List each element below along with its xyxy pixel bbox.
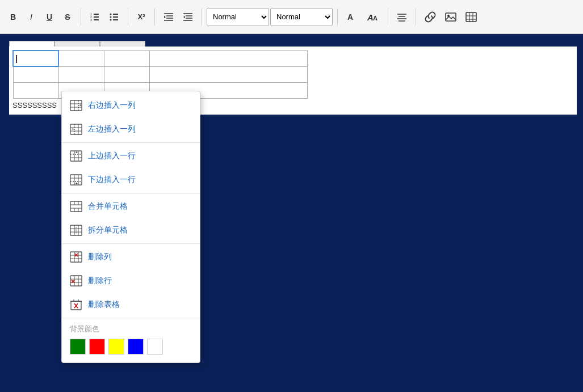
table-cell-0-3[interactable] [149, 50, 308, 66]
table-cell-1-2[interactable] [104, 66, 149, 82]
text-cursor [16, 55, 17, 63]
italic-button[interactable]: I [23, 8, 40, 26]
tab-3[interactable] [100, 41, 145, 47]
menu-item-insert-col-right[interactable]: + 右边插入一列 [62, 94, 200, 117]
svg-point-7 [110, 16, 112, 18]
separator-1 [81, 9, 81, 26]
svg-rect-60 [70, 201, 82, 212]
svg-rect-73 [70, 252, 82, 262]
indent-decrease-icon [183, 12, 193, 22]
delete-col-icon [70, 251, 82, 263]
image-button[interactable] [441, 8, 460, 26]
menu-divider-3 [62, 243, 200, 244]
bg-color-section: 背景颜色 [62, 319, 200, 360]
insert-col-right-icon: + [70, 99, 82, 112]
table-toolbar-icon [465, 11, 477, 23]
separator-7 [416, 9, 416, 26]
table-cell-1-1[interactable] [58, 66, 104, 82]
indent-increase-button[interactable] [160, 8, 178, 26]
color-swatch-yellow[interactable] [108, 339, 124, 355]
merge-cells-icon [70, 200, 82, 213]
link-button[interactable] [421, 8, 440, 26]
font-color-icon: A [346, 11, 358, 23]
svg-text:+: + [76, 181, 78, 186]
menu-item-delete-col-label: 删除列 [88, 252, 112, 262]
insert-row-above-icon: + [70, 150, 82, 162]
ordered-list-icon: 1 2 3 [90, 12, 100, 22]
align-icon [397, 12, 407, 22]
split-cell-icon [70, 224, 82, 237]
indent-increase-icon [163, 12, 174, 22]
bg-color-label: 背景颜色 [70, 324, 192, 334]
color-swatch-white[interactable] [147, 339, 163, 355]
separator-6 [388, 9, 388, 26]
svg-point-8 [110, 19, 112, 20]
svg-text:+: + [76, 150, 78, 155]
menu-item-split-cell[interactable]: 拆分单元格 [62, 218, 200, 242]
menu-item-delete-table[interactable]: 删除表格 [62, 293, 200, 317]
menu-item-split-cell-label: 拆分单元格 [88, 225, 128, 235]
menu-item-insert-row-below[interactable]: + 下边插入一行 [62, 168, 200, 192]
delete-table-icon [70, 298, 82, 311]
table-button[interactable] [462, 8, 481, 26]
menu-item-delete-col[interactable]: 删除列 [62, 245, 200, 269]
menu-divider-2 [62, 193, 200, 193]
menu-item-insert-col-right-label: 右边插入一列 [88, 100, 136, 111]
color-swatch-blue[interactable] [128, 339, 144, 355]
table-row [13, 50, 308, 66]
svg-point-6 [110, 13, 112, 15]
menu-item-insert-col-left[interactable]: + 左边插入一列 [62, 117, 200, 141]
svg-marker-21 [183, 16, 185, 18]
separator-4 [202, 9, 202, 26]
color-swatch-green[interactable] [70, 339, 86, 355]
color-swatch-red[interactable] [89, 339, 105, 355]
unordered-list-icon [109, 12, 119, 22]
svg-text:+: + [79, 103, 82, 108]
table-cell-2-0[interactable] [13, 82, 58, 98]
style-select-group: Normal Heading 1 Heading 2 Normal Small … [207, 8, 333, 26]
bold-button[interactable]: B [5, 8, 22, 26]
text-format-group: B I U S [5, 8, 76, 26]
svg-rect-31 [466, 12, 476, 22]
superscript-button[interactable]: X² [133, 8, 150, 26]
font-style-button[interactable]: A A [363, 8, 383, 26]
tab-2[interactable] [54, 41, 100, 47]
table-row [13, 66, 308, 82]
svg-text:+: + [72, 127, 74, 132]
unordered-list-button[interactable] [105, 8, 123, 26]
font-size-select[interactable]: Normal Small Large [270, 8, 333, 26]
insert-group [421, 8, 481, 26]
menu-item-delete-table-label: 删除表格 [88, 300, 120, 310]
menu-item-insert-row-above[interactable]: + 上边插入一行 [62, 144, 200, 168]
svg-text:A: A [347, 12, 353, 22]
svg-rect-29 [446, 13, 456, 21]
table-cell-1-3[interactable] [149, 66, 308, 82]
table-cell-0-1[interactable] [58, 50, 104, 66]
align-button[interactable] [393, 8, 411, 26]
svg-text:3: 3 [90, 18, 92, 21]
context-menu: + 右边插入一列 + 左边插入一列 [61, 91, 200, 363]
font-style-icon: A A [367, 11, 379, 23]
color-swatches [70, 339, 192, 355]
menu-item-merge-cells-label: 合并单元格 [88, 201, 128, 212]
ordered-list-button[interactable]: 1 2 3 [86, 8, 104, 26]
indent-decrease-button[interactable] [179, 8, 197, 26]
delete-row-icon [70, 275, 82, 287]
font-color-button[interactable]: A [342, 8, 362, 26]
table-cell-0-0[interactable] [13, 50, 58, 66]
menu-item-merge-cells[interactable]: 合并单元格 [62, 195, 200, 218]
strikethrough-button[interactable]: S [59, 8, 76, 26]
table-cell-1-0[interactable] [13, 66, 58, 82]
svg-marker-16 [164, 16, 166, 18]
menu-item-insert-row-above-label: 上边插入一行 [88, 151, 136, 161]
tab-1[interactable] [9, 41, 54, 47]
image-icon [445, 11, 456, 23]
menu-item-delete-row[interactable]: 删除行 [62, 269, 200, 293]
menu-divider-1 [62, 142, 200, 143]
table-cell-0-2[interactable] [104, 50, 149, 66]
menu-item-insert-row-below-label: 下边插入一行 [88, 175, 136, 185]
underline-button[interactable]: U [41, 8, 58, 26]
paragraph-style-select[interactable]: Normal Heading 1 Heading 2 [207, 8, 269, 26]
indent-group [160, 8, 197, 26]
list-group: 1 2 3 [86, 8, 123, 26]
